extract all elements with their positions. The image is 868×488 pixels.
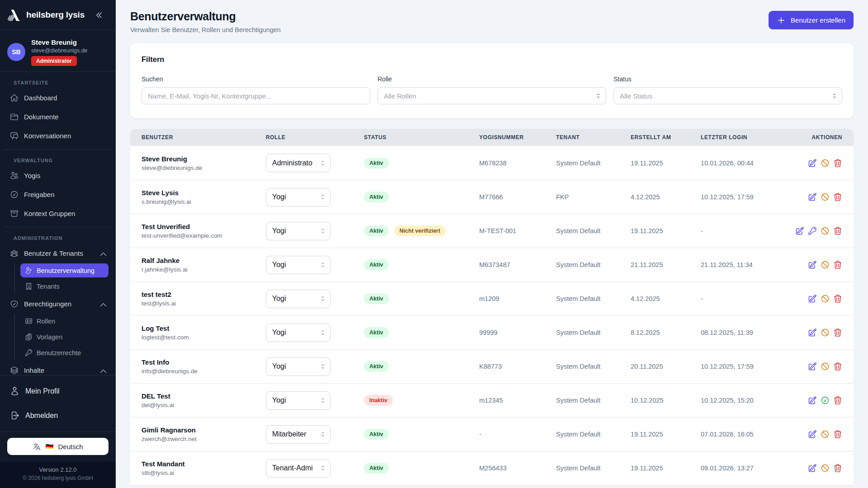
- delete-action-button[interactable]: [833, 260, 842, 269]
- edit-action-button[interactable]: [808, 159, 817, 168]
- ban-icon: [821, 260, 830, 269]
- delete-action-button[interactable]: [833, 192, 842, 202]
- sidebar-bottom-item[interactable]: Mein Profil: [4, 380, 112, 402]
- row-role-select[interactable]: Yogi: [266, 290, 330, 308]
- edit-icon: [808, 294, 817, 303]
- nav-item[interactable]: Kontext Gruppen: [4, 204, 112, 223]
- brand-name: heilsberg lysis: [26, 10, 85, 20]
- row-role-select[interactable]: Administrator: [266, 154, 330, 172]
- row-role-select[interactable]: Yogi: [266, 391, 330, 410]
- col-erstellt-am: Erstellt am: [631, 134, 701, 141]
- edit-action-button[interactable]: [808, 430, 817, 439]
- nav-item[interactable]: Dokumente: [4, 107, 112, 126]
- clipboard-list-icon: [25, 333, 33, 341]
- tenant-cell: System Default: [556, 160, 631, 167]
- chevrons-up-down-icon: [319, 465, 326, 472]
- nav-item[interactable]: Berechtigungen: [4, 294, 112, 313]
- nav-item[interactable]: Freigaben: [4, 185, 112, 204]
- last-login-cell: 09.01.2026, 13:27: [701, 465, 787, 472]
- delete-action-button[interactable]: [833, 294, 842, 303]
- delete-action-button[interactable]: [833, 430, 842, 439]
- ban-action-button[interactable]: [821, 362, 830, 371]
- edit-action-button[interactable]: [808, 464, 817, 473]
- status-select[interactable]: Alle Status: [613, 87, 842, 104]
- status-badge: Aktiv: [364, 429, 389, 440]
- yogisnummer-cell: M256433: [479, 465, 556, 472]
- nav-item[interactable]: Yogis: [4, 166, 112, 185]
- trash-icon: [833, 430, 842, 439]
- yogisnummer-cell: M678238: [479, 160, 556, 167]
- delete-action-button[interactable]: [833, 159, 842, 168]
- edit-action-button[interactable]: [808, 294, 817, 303]
- row-user-email: del@lysis.ai: [142, 402, 259, 408]
- activate-action-button[interactable]: [821, 396, 830, 405]
- row-role-select[interactable]: Yogi: [266, 324, 330, 342]
- created-cell: 21.11.2025: [631, 261, 701, 268]
- nav-item[interactable]: Benutzer & Tenants: [4, 244, 112, 263]
- tenant-cell: System Default: [556, 431, 631, 438]
- delete-action-button[interactable]: [833, 396, 842, 405]
- last-login-cell: 10.12.2025, 17:59: [701, 363, 787, 370]
- edit-action-button[interactable]: [808, 192, 817, 202]
- actions-cell: [787, 192, 842, 202]
- sidebar-collapse-button[interactable]: [95, 11, 103, 19]
- ban-action-button[interactable]: [821, 260, 830, 269]
- delete-action-button[interactable]: [833, 328, 842, 337]
- chevrons-up-down-icon: [319, 261, 326, 268]
- nav-item[interactable]: Dashboard: [4, 88, 112, 107]
- edit-action-button[interactable]: [808, 328, 817, 337]
- nav-subitem[interactable]: Vorlagen: [20, 330, 108, 344]
- row-user-name: DEL Test: [142, 392, 259, 400]
- search-input[interactable]: [142, 87, 370, 104]
- nav-item[interactable]: Inhalte: [4, 361, 112, 375]
- delete-action-button[interactable]: [833, 226, 842, 235]
- nav-subitem[interactable]: Benutzerrechte: [20, 346, 108, 360]
- created-cell: 19.11.2025: [631, 465, 701, 472]
- delete-action-button[interactable]: [833, 464, 842, 473]
- row-role-select[interactable]: Mitarbeiter: [266, 425, 330, 444]
- edit-action-button[interactable]: [808, 260, 817, 269]
- edit-action-button[interactable]: [795, 226, 804, 235]
- row-role-select[interactable]: Yogi: [266, 188, 330, 206]
- nav-subitem[interactable]: Rollen: [20, 314, 108, 328]
- user-icon: [10, 386, 19, 396]
- nav-subitem[interactable]: Benutzerverwaltung: [20, 263, 108, 277]
- delete-action-button[interactable]: [833, 362, 842, 371]
- edit-icon: [808, 159, 817, 168]
- german-flag-icon: [45, 443, 54, 450]
- key-action-button[interactable]: [808, 226, 817, 235]
- language-button[interactable]: Deutsch: [7, 438, 108, 455]
- role-select[interactable]: Alle Rollen: [377, 87, 606, 104]
- row-role-select[interactable]: Yogi: [266, 357, 330, 376]
- created-cell: 4.12.2025: [631, 295, 701, 302]
- sidebar-bottom-item[interactable]: Abmelden: [4, 405, 112, 426]
- col-yogisnummer: Yogisnummer: [479, 134, 556, 141]
- user-cell: DEL Test del@lysis.ai: [142, 392, 266, 408]
- edit-action-button[interactable]: [808, 362, 817, 371]
- filter-search-field: Suchen: [142, 75, 370, 104]
- nav-item[interactable]: Konversationen: [4, 126, 112, 145]
- row-user-name: Ralf Jahnke: [142, 257, 259, 264]
- ban-action-button[interactable]: [821, 192, 830, 202]
- page-title: Benutzerverwaltung: [130, 10, 281, 23]
- table-row: Test Unverified test-unverified@example.…: [130, 214, 854, 248]
- ban-action-button[interactable]: [821, 328, 830, 337]
- ban-action-button[interactable]: [821, 430, 830, 439]
- ban-action-button[interactable]: [821, 159, 830, 168]
- created-cell: 19.11.2025: [631, 227, 701, 235]
- sidebar-nav: Startseite Dashboard: [0, 72, 116, 375]
- last-login-cell: 21.11.2025, 11:34: [701, 261, 787, 268]
- ban-action-button[interactable]: [821, 464, 830, 473]
- user-cell: Log Test logtest@test.com: [142, 324, 266, 341]
- row-role-select[interactable]: Yogi: [266, 256, 330, 274]
- table-row: Gimli Ragnarson zwerch@zwerch.net Mitarb…: [130, 417, 854, 451]
- create-user-button[interactable]: Benutzer erstellen: [769, 11, 854, 29]
- check-circle-icon: [10, 190, 19, 199]
- tenant-cell: System Default: [556, 329, 631, 336]
- nav-subitem[interactable]: Tenants: [20, 279, 108, 293]
- ban-action-button[interactable]: [821, 226, 830, 235]
- row-role-select[interactable]: Yogi: [266, 222, 330, 240]
- ban-action-button[interactable]: [821, 294, 830, 303]
- row-role-select[interactable]: Tenant-Admin: [266, 459, 330, 478]
- edit-action-button[interactable]: [808, 396, 817, 405]
